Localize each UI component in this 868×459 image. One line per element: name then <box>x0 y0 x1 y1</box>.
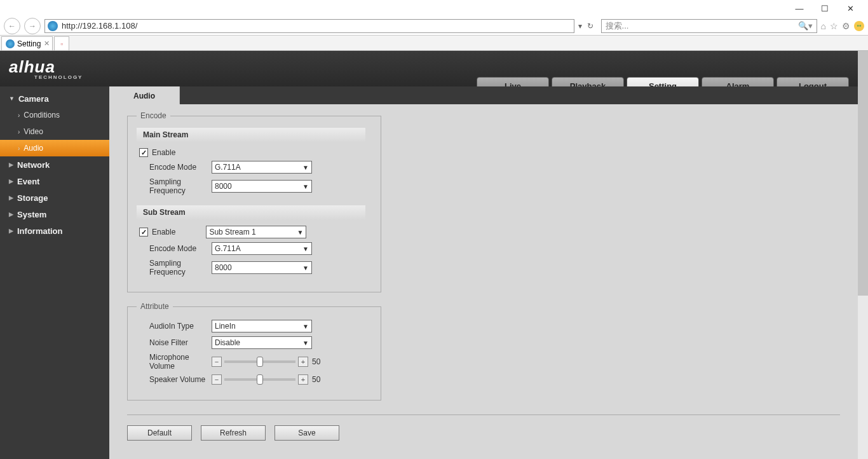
slider-thumb[interactable] <box>257 357 263 367</box>
attribute-fieldset: Attribute AudioIn Type LineIn▼ Noise Fil… <box>127 306 381 401</box>
sidebar-item-video[interactable]: ›Video <box>0 123 109 140</box>
mic-volume-slider[interactable] <box>224 360 295 363</box>
address-bar: ← → http://192.168.1.108/ ▾ ↻ 搜索... 🔍▾ ⌂… <box>0 17 868 36</box>
ie-icon <box>6 39 15 48</box>
mic-volume-value: 50 <box>312 357 320 366</box>
logo-text: alhua <box>9 57 55 76</box>
mic-volume-plus[interactable]: + <box>298 357 308 367</box>
chevron-down-icon: ▼ <box>302 264 309 271</box>
scrollbar-thumb[interactable] <box>858 51 868 296</box>
chevron-right-icon: ▶ <box>9 178 13 184</box>
audioin-type-select[interactable]: LineIn▼ <box>212 320 312 332</box>
chevron-down-icon: ▼ <box>302 164 309 171</box>
select-value: 8000 <box>215 182 232 191</box>
encode-fieldset: Encode Main Stream ✓ Enable Encode Mode … <box>127 116 381 292</box>
favorites-icon[interactable]: ☆ <box>830 21 838 31</box>
sidebar-item-camera[interactable]: ▼Camera <box>0 90 109 107</box>
select-value: 8000 <box>215 263 232 272</box>
minimize-button[interactable]: — <box>787 1 812 15</box>
audioin-type-label: AudioIn Type <box>137 322 212 331</box>
chevron-down-icon: ▼ <box>302 245 309 252</box>
noise-filter-label: Noise Filter <box>137 338 212 347</box>
select-value: G.711A <box>215 244 241 253</box>
tools-icon[interactable]: ⚙ <box>842 21 850 31</box>
sidebar-label: Storage <box>17 193 48 203</box>
close-button[interactable]: ✕ <box>837 1 863 15</box>
enable-text: Enable <box>152 148 175 157</box>
chevron-right-icon: ▶ <box>9 161 13 168</box>
noise-filter-select[interactable]: Disable▼ <box>212 336 312 349</box>
sidebar: ▼Camera ›Conditions ›Video ›Audio ▶Netwo… <box>0 86 109 459</box>
chevron-down-icon: ▼ <box>302 339 309 346</box>
sub-stream-select[interactable]: Sub Stream 1▼ <box>206 226 306 238</box>
content-area: Audio Encode Main Stream ✓ Enable Encode… <box>109 86 858 459</box>
mic-volume-label: Microphone Volume <box>137 353 212 371</box>
search-icon[interactable]: 🔍▾ <box>798 21 813 31</box>
sidebar-label: Event <box>17 177 39 186</box>
back-button[interactable]: ← <box>4 18 20 34</box>
sidebar-label: Network <box>17 160 50 170</box>
save-button[interactable]: Save <box>275 425 339 441</box>
chevron-right-icon: ▶ <box>9 211 13 217</box>
refresh-button[interactable]: Refresh <box>201 425 266 441</box>
sidebar-item-network[interactable]: ▶Network <box>0 156 109 173</box>
main-sampling-select[interactable]: 8000▼ <box>212 180 312 193</box>
chevron-down-icon: ▼ <box>302 183 309 190</box>
tab-title: Setting <box>17 39 41 48</box>
sub-encode-mode-select[interactable]: G.711A▼ <box>212 242 312 255</box>
select-value: Disable <box>215 338 240 347</box>
url-input[interactable]: http://192.168.1.108/ <box>44 19 574 33</box>
logo: alhua TECHNOLOGY <box>9 57 83 80</box>
forward-button[interactable]: → <box>24 18 41 34</box>
sidebar-label: Audio <box>24 144 43 153</box>
speaker-volume-value: 50 <box>312 375 320 384</box>
enable-text: Enable <box>152 228 175 236</box>
search-input[interactable]: 搜索... 🔍▾ <box>601 19 817 33</box>
slider-thumb[interactable] <box>257 374 263 385</box>
chevron-down-icon: ▼ <box>9 95 15 102</box>
divider <box>127 414 840 415</box>
main-enable-checkbox[interactable]: ✓ <box>139 148 148 157</box>
maximize-button[interactable]: ☐ <box>812 1 837 15</box>
window-titlebar: — ☐ ✕ <box>0 0 868 17</box>
chevron-right-icon: › <box>18 128 20 135</box>
sidebar-item-storage[interactable]: ▶Storage <box>0 189 109 206</box>
speaker-volume-plus[interactable]: + <box>298 374 308 385</box>
sub-enable-checkbox[interactable]: ✓ <box>139 228 148 236</box>
sidebar-item-information[interactable]: ▶Information <box>0 223 109 239</box>
chevron-down-icon: ▼ <box>297 229 303 236</box>
speaker-volume-slider[interactable] <box>224 378 295 381</box>
refresh-icon[interactable]: ↻ <box>587 22 593 31</box>
sidebar-item-conditions[interactable]: ›Conditions <box>0 107 109 123</box>
select-value: Sub Stream 1 <box>209 228 255 236</box>
ie-icon <box>48 21 58 31</box>
speaker-volume-minus[interactable]: − <box>212 374 222 385</box>
mic-volume-minus[interactable]: − <box>212 357 222 367</box>
attribute-legend: Attribute <box>137 302 173 311</box>
main-encode-mode-select[interactable]: G.711A▼ <box>212 161 312 174</box>
content-tabbar: Audio <box>109 86 858 104</box>
sub-encode-mode-label: Encode Mode <box>137 244 212 253</box>
sub-sampling-label: Sampling Frequency <box>137 259 212 277</box>
content-tab-audio[interactable]: Audio <box>109 86 180 104</box>
home-icon[interactable]: ⌂ <box>821 21 826 31</box>
default-button[interactable]: Default <box>127 425 192 441</box>
feedback-icon[interactable]: •• <box>854 21 864 31</box>
browser-tabbar: Setting ✕ ▫ <box>0 36 868 51</box>
new-tab-button[interactable]: ▫ <box>54 36 69 50</box>
chevron-down-icon: ▼ <box>302 323 309 330</box>
logo-sub: TECHNOLOGY <box>34 74 83 80</box>
sidebar-label: Information <box>17 226 63 236</box>
chevron-right-icon: ▶ <box>9 195 13 201</box>
sub-sampling-select[interactable]: 8000▼ <box>212 261 312 274</box>
speaker-volume-label: Speaker Volume <box>137 375 212 384</box>
select-value: G.711A <box>215 163 241 172</box>
sidebar-item-event[interactable]: ▶Event <box>0 173 109 189</box>
close-tab-icon[interactable]: ✕ <box>44 39 50 48</box>
sidebar-label: System <box>17 210 46 219</box>
browser-tab[interactable]: Setting ✕ <box>1 36 53 50</box>
sidebar-item-audio[interactable]: ›Audio <box>0 140 109 156</box>
sidebar-item-system[interactable]: ▶System <box>0 206 109 223</box>
page-header: alhua TECHNOLOGY Live Playback Setting A… <box>0 51 858 86</box>
dropdown-icon[interactable]: ▾ <box>578 22 582 31</box>
